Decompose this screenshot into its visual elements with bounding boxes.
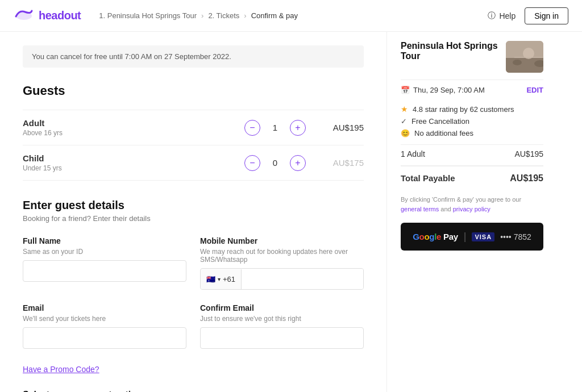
guests-section: Guests Adult Above 16 yrs − 1 + AU$195 C… (23, 84, 364, 181)
sidebar: Peninsula Hot Springs Tour 📅 Thu, 29 Sep (386, 32, 557, 392)
tour-date-row: 📅 Thu, 29 Sep, 7:00 AM EDIT (401, 80, 543, 100)
calendar-icon: 📅 (401, 86, 410, 94)
left-column: You can cancel for free until 7:00 AM on… (0, 32, 386, 392)
edit-link[interactable]: EDIT (526, 86, 543, 94)
svg-rect-6 (514, 57, 543, 58)
adult-info: Adult Above 16 yrs (23, 118, 244, 137)
child-qty-controls: − 0 + (244, 155, 306, 171)
payment-section-title: Select your payment option (23, 390, 364, 392)
total-amount: AU$195 (510, 173, 543, 184)
logo: headout (14, 7, 81, 25)
promo-section: Have a Promo Code? (23, 360, 364, 374)
guest-details-title: Enter guest details (23, 199, 364, 212)
features-list: ★ 4.8 star rating by 62 customers ✓ Free… (401, 105, 543, 137)
adult-price: AU$195 (324, 123, 364, 132)
adult-decrease-button[interactable]: − (244, 120, 260, 136)
header-left: headout 1. Peninsula Hot Springs Tour › … (14, 7, 298, 25)
privacy-policy-link[interactable]: privacy policy (453, 206, 490, 212)
child-type: Child (23, 153, 244, 163)
terms-text: By clicking 'Confirm & pay' you agree to… (401, 195, 543, 214)
pay-button[interactable]: Google Pay | VISA •••• 7852 (401, 223, 543, 251)
breadcrumb-step-2[interactable]: 2. Tickets (208, 11, 239, 20)
adult-qty: 1 (269, 123, 281, 132)
adult-type: Adult (23, 118, 244, 128)
confirm-email-input[interactable] (200, 327, 364, 349)
tour-title: Peninsula Hot Springs Tour (401, 41, 499, 61)
rating-feature: ★ 4.8 star rating by 62 customers (401, 105, 543, 114)
child-qty: 0 (269, 158, 281, 168)
phone-flag-selector[interactable]: 🇦🇺 ▾ +61 (201, 269, 242, 289)
mobile-hint: We may reach out for booking updates her… (200, 248, 364, 264)
child-info: Child Under 15 yrs (23, 153, 244, 172)
no-fees-text: No additional fees (414, 129, 473, 137)
phone-input-wrap: 🇦🇺 ▾ +61 (200, 268, 364, 290)
tour-header: Peninsula Hot Springs Tour (401, 41, 543, 73)
full-name-group: Full Name Same as on your ID (23, 236, 186, 290)
check-icon: ✓ (401, 117, 407, 126)
tour-date: 📅 Thu, 29 Sep, 7:00 AM (401, 86, 485, 94)
guest-details-form: Full Name Same as on your ID Mobile Numb… (23, 236, 364, 349)
logo-icon (14, 7, 34, 25)
total-label: Total Payable (401, 173, 455, 184)
gpay-label: Google Pay (413, 232, 458, 241)
breadcrumb-step-1[interactable]: 1. Peninsula Hot Springs Tour (99, 11, 197, 20)
header-right: ⓘ Help Sign in (488, 7, 568, 24)
terms-and: and (440, 206, 452, 212)
help-button[interactable]: ⓘ Help (488, 11, 516, 21)
breadcrumb: 1. Peninsula Hot Springs Tour › 2. Ticke… (99, 11, 298, 20)
visa-label: VISA (472, 232, 494, 241)
cancel-notice: You can cancel for free until 7:00 AM on… (23, 45, 364, 68)
rating-text: 4.8 star rating by 62 customers (413, 105, 514, 114)
guests-title: Guests (23, 84, 364, 98)
phone-number-input[interactable] (242, 269, 363, 289)
email-group: Email We'll send your tickets here (23, 303, 186, 349)
full-name-hint: Same as on your ID (23, 248, 186, 256)
line-item-adult: 1 Adult AU$195 (401, 144, 543, 163)
email-input[interactable] (23, 327, 186, 349)
adult-row: Adult Above 16 yrs − 1 + AU$195 (23, 110, 364, 145)
general-terms-link[interactable]: general terms (401, 206, 439, 212)
header: headout 1. Peninsula Hot Springs Tour › … (0, 0, 582, 32)
no-fees-feature: 😊 No additional fees (401, 129, 543, 137)
full-name-label: Full Name (23, 236, 186, 245)
adult-qty-controls: − 1 + (244, 120, 306, 136)
phone-code: +61 (223, 275, 235, 283)
adult-age: Above 16 yrs (23, 129, 244, 137)
email-hint: We'll send your tickets here (23, 315, 186, 323)
confirm-email-hint: Just to ensure we've got this right (200, 315, 364, 323)
phone-chevron-icon: ▾ (218, 276, 221, 282)
mobile-number-group: Mobile Number We may reach out for booki… (200, 236, 364, 290)
guest-details-section: Enter guest details Booking for a friend… (23, 199, 364, 349)
confirm-email-label: Confirm Email (200, 303, 364, 312)
adult-increase-button[interactable]: + (290, 120, 306, 136)
guest-details-subtitle: Booking for a friend? Enter their detail… (23, 214, 364, 223)
line-item-label: 1 Adult (401, 149, 425, 159)
flag-emoji: 🇦🇺 (206, 275, 215, 283)
child-row: Child Under 15 yrs − 0 + AU$175 (23, 145, 364, 181)
confirm-email-group: Confirm Email Just to ensure we've got t… (200, 303, 364, 349)
help-label: Help (499, 11, 516, 20)
full-name-input[interactable] (23, 260, 186, 282)
pay-separator: | (464, 231, 467, 243)
child-price: AU$175 (324, 158, 364, 168)
tour-date-text: Thu, 29 Sep, 7:00 AM (413, 86, 485, 94)
breadcrumb-sep-2: › (244, 11, 246, 20)
free-cancellation-text: Free Cancellation (411, 117, 469, 126)
promo-code-link[interactable]: Have a Promo Code? (23, 365, 99, 374)
smile-icon: 😊 (401, 129, 410, 137)
child-decrease-button[interactable]: − (244, 155, 260, 171)
child-age: Under 15 yrs (23, 164, 244, 172)
signin-button[interactable]: Sign in (525, 7, 568, 24)
cancellation-feature: ✓ Free Cancellation (401, 117, 543, 126)
help-circle-icon: ⓘ (488, 11, 496, 21)
svg-point-0 (16, 12, 32, 20)
breadcrumb-step-3: Confirm & pay (251, 11, 298, 20)
logo-text: headout (39, 9, 81, 22)
email-label: Email (23, 303, 186, 312)
star-icon: ★ (401, 105, 408, 114)
child-increase-button[interactable]: + (290, 155, 306, 171)
tour-thumbnail (506, 41, 543, 73)
mobile-label: Mobile Number (200, 236, 364, 245)
total-row: Total Payable AU$195 (401, 165, 543, 190)
card-last4: •••• 7852 (500, 232, 531, 241)
